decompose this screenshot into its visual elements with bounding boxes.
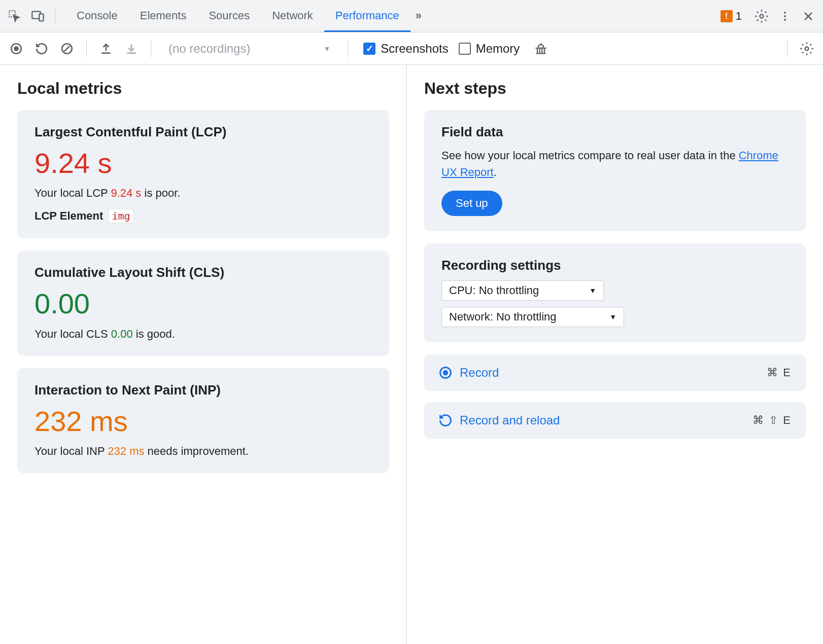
lcp-element-tag[interactable]: img xyxy=(108,209,133,223)
lcp-sub-prefix: Your local LCP xyxy=(35,187,111,199)
field-data-desc-suffix: . xyxy=(494,166,497,178)
recordings-dropdown[interactable]: (no recordings) ▼ xyxy=(159,42,339,56)
lcp-element-label: LCP Element xyxy=(35,209,103,222)
tab-elements[interactable]: Elements xyxy=(129,0,198,32)
local-metrics-column: Local metrics Largest Contentful Paint (… xyxy=(0,65,407,644)
lcp-sub-value: 9.24 s xyxy=(111,187,141,199)
tab-sources[interactable]: Sources xyxy=(197,0,261,32)
warning-icon: ! xyxy=(721,10,733,22)
record-icon xyxy=(438,366,453,380)
divider xyxy=(86,40,87,57)
reload-icon[interactable] xyxy=(30,38,53,60)
svg-point-8 xyxy=(14,46,19,51)
checkbox-unchecked-icon xyxy=(459,43,471,55)
chevron-down-icon: ▼ xyxy=(589,287,596,295)
tab-list: Console Elements Sources Network Perform… xyxy=(65,0,427,32)
record-reload-shortcut: ⌘ ⇧ E xyxy=(752,414,792,427)
field-data-desc: See how your local metrics compare to re… xyxy=(441,147,788,181)
record-shortcut: ⌘ E xyxy=(767,366,792,379)
divider xyxy=(151,40,151,57)
cls-sub-prefix: Your local CLS xyxy=(35,328,111,340)
record-reload-action[interactable]: Record and reload ⌘ ⇧ E xyxy=(424,402,806,439)
memory-checkbox[interactable]: Memory xyxy=(459,42,520,56)
network-throttling-value: Network: No throttling xyxy=(449,310,557,324)
svg-point-12 xyxy=(443,370,449,376)
devtools-tabbar: Console Elements Sources Network Perform… xyxy=(0,0,823,32)
field-data-title: Field data xyxy=(441,124,788,140)
issues-badge[interactable]: ! 1 xyxy=(721,10,742,23)
device-toolbar-icon[interactable] xyxy=(27,6,49,27)
record-action[interactable]: Record ⌘ E xyxy=(424,354,806,391)
checkbox-checked-icon xyxy=(363,43,375,55)
main-content: Local metrics Largest Contentful Paint (… xyxy=(0,65,823,644)
close-icon[interactable] xyxy=(798,6,819,27)
field-data-card: Field data See how your local metrics co… xyxy=(424,110,806,231)
screenshots-label: Screenshots xyxy=(381,42,448,56)
cpu-throttling-select[interactable]: CPU: No throttling ▼ xyxy=(441,280,604,301)
chevron-down-icon: ▼ xyxy=(323,45,330,53)
svg-rect-2 xyxy=(39,14,43,21)
screenshots-checkbox[interactable]: Screenshots xyxy=(363,42,448,56)
tab-console[interactable]: Console xyxy=(65,0,129,32)
reload-icon xyxy=(438,413,453,427)
recordings-label: (no recordings) xyxy=(168,42,250,56)
cls-value: 0.00 xyxy=(35,288,372,320)
kebab-menu-icon[interactable] xyxy=(774,6,796,27)
inp-card: Interaction to Next Paint (INP) 232 ms Y… xyxy=(17,368,389,473)
svg-point-5 xyxy=(784,15,786,17)
divider xyxy=(348,40,348,57)
collect-garbage-icon[interactable] xyxy=(530,38,552,60)
lcp-card: Largest Contentful Paint (LCP) 9.24 s Yo… xyxy=(17,110,389,238)
inp-sub-value: 232 ms xyxy=(108,445,144,457)
cls-subtext: Your local CLS 0.00 is good. xyxy=(35,328,372,341)
panel-settings-icon[interactable] xyxy=(796,38,818,60)
record-reload-action-left: Record and reload xyxy=(438,413,560,427)
svg-point-10 xyxy=(805,47,809,50)
record-icon[interactable] xyxy=(5,38,27,60)
inp-value: 232 ms xyxy=(35,405,372,438)
inp-sub-prefix: Your local INP xyxy=(35,445,108,457)
svg-point-6 xyxy=(784,19,786,21)
tabs-overflow-icon[interactable]: » xyxy=(410,0,427,32)
svg-point-4 xyxy=(784,12,786,14)
divider xyxy=(787,40,787,57)
download-icon[interactable] xyxy=(120,38,143,60)
clear-icon[interactable] xyxy=(56,38,78,60)
tab-network[interactable]: Network xyxy=(261,0,324,32)
inp-subtext: Your local INP 232 ms needs improvement. xyxy=(35,445,372,458)
chevron-down-icon: ▼ xyxy=(609,313,616,321)
svg-point-3 xyxy=(760,14,764,18)
tab-performance[interactable]: Performance xyxy=(324,0,410,32)
next-steps-column: Next steps Field data See how your local… xyxy=(407,65,823,644)
inp-sub-suffix: needs improvement. xyxy=(144,445,248,457)
performance-toolbar: (no recordings) ▼ Screenshots Memory xyxy=(0,32,823,65)
memory-label: Memory xyxy=(476,42,520,56)
cls-sub-value: 0.00 xyxy=(111,328,133,340)
setup-button[interactable]: Set up xyxy=(441,191,502,216)
lcp-element-row: LCP Element img xyxy=(35,209,372,223)
network-throttling-select[interactable]: Network: No throttling ▼ xyxy=(441,307,624,327)
recording-settings-card: Recording settings CPU: No throttling ▼ … xyxy=(424,243,806,342)
record-label: Record xyxy=(460,366,499,380)
lcp-subtext: Your local LCP 9.24 s is poor. xyxy=(35,187,372,200)
settings-icon[interactable] xyxy=(751,6,772,27)
divider xyxy=(55,9,55,24)
field-data-desc-prefix: See how your local metrics compare to re… xyxy=(441,149,739,162)
recording-settings-title: Recording settings xyxy=(441,258,788,273)
inspect-element-icon[interactable] xyxy=(4,6,25,27)
record-reload-label: Record and reload xyxy=(460,413,560,427)
cls-title: Cumulative Layout Shift (CLS) xyxy=(35,265,372,280)
cpu-throttling-value: CPU: No throttling xyxy=(449,284,539,297)
issues-count: 1 xyxy=(736,10,742,23)
inp-title: Interaction to Next Paint (INP) xyxy=(35,382,372,398)
lcp-value: 9.24 s xyxy=(35,147,372,180)
next-steps-title: Next steps xyxy=(424,79,806,98)
local-metrics-title: Local metrics xyxy=(17,79,389,98)
cls-card: Cumulative Layout Shift (CLS) 0.00 Your … xyxy=(17,251,389,355)
lcp-title: Largest Contentful Paint (LCP) xyxy=(35,124,372,140)
cls-sub-suffix: is good. xyxy=(133,328,175,340)
lcp-sub-suffix: is poor. xyxy=(141,187,180,199)
record-action-left: Record xyxy=(438,366,499,380)
upload-icon[interactable] xyxy=(95,38,117,60)
